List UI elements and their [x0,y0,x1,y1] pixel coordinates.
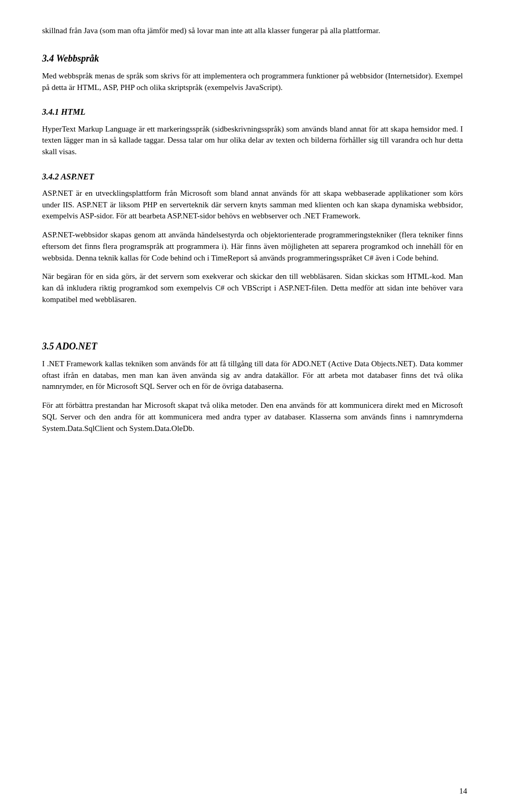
section-3-4-2-para3: När begäran för en sida görs, är det ser… [42,271,463,305]
section-3-5-para1: I .NET Framework kallas tekniken som anv… [42,358,463,393]
spacer [42,313,463,323]
section-3-4-heading: 3.4 Webbspråk [42,52,463,65]
section-3-5-heading: 3.5 ADO.NET [42,339,463,353]
section-3-4-2-para1: ASP.NET är en utvecklingsplattform från … [42,188,463,222]
section-3-5-para2: För att förbättra prestandan har Microso… [42,400,463,434]
section-3-4-2-heading: 3.4.2 ASP.NET [42,171,463,183]
intro-paragraph: skillnad från Java (som man ofta jämför … [42,25,463,37]
section-3-4-intro: Med webbspråk menas de språk som skrivs … [42,71,463,94]
section-3-4-2-para2: ASP.NET-webbsidor skapas genom att använ… [42,229,463,264]
section-3-4-1-para1: HyperText Markup Language är ett markeri… [42,124,463,158]
page-number: 14 [459,786,467,797]
page: skillnad från Java (som man ofta jämför … [0,0,505,812]
section-3-4-1-heading: 3.4.1 HTML [42,106,463,118]
